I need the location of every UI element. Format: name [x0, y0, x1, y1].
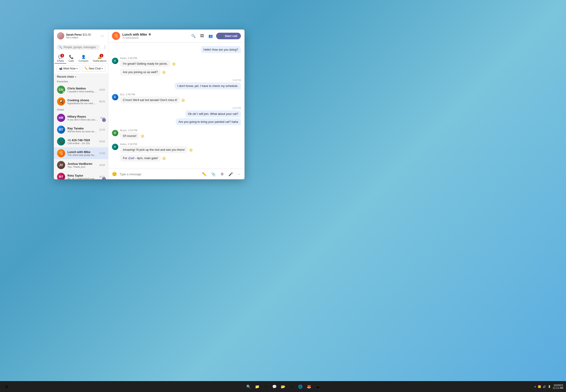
message-bubble: Are you going to bring your painted cat?…: [176, 118, 241, 125]
volume-icon: 🔊: [543, 385, 546, 388]
contacts-icon: 👤: [81, 55, 86, 59]
new-chat-button[interactable]: ✏️ New Chat ▾: [82, 66, 105, 71]
message-row-out-1: Hello! How are you doing?: [112, 46, 241, 54]
chat-item-joshua[interactable]: JV Joshua VanBuren You: Thank you! 16.03: [54, 159, 108, 171]
chat-info-chris: Chris Naidoo I wouldn't mind meeting soo…: [67, 87, 97, 93]
new-chat-chevron-icon: ▾: [102, 67, 103, 70]
chats-icon: 💬 3: [58, 55, 63, 59]
chat-header-avatar: 🍕: [112, 32, 120, 40]
message-bubble: Hello! How are you doing?: [201, 46, 241, 53]
chat-item-lunch[interactable]: 🍕 Lunch with Mike The client was pretty …: [54, 147, 108, 159]
recent-chats-header[interactable]: Recent chats ▾: [54, 73, 108, 79]
message-bubble: For @all - 4pm, main gate!: [120, 154, 161, 162]
taskbar-browser[interactable]: 🌐: [297, 383, 304, 390]
search-input[interactable]: [64, 46, 98, 49]
recent-chats-chevron-icon: ▾: [75, 76, 76, 78]
nav-tabs: 💬 3 Chats 📞 Calls 👤 Contacts 🔔 1 Notific…: [54, 52, 108, 64]
chat-avatar-hillary: HR: [57, 114, 65, 122]
favorites-section-label: Favorites: [54, 79, 108, 84]
taskbar-edge[interactable]: 🦊: [305, 383, 313, 390]
meet-now-button[interactable]: 📹 Meet Now ▾: [57, 66, 80, 71]
start-button[interactable]: ⊞: [3, 383, 10, 390]
attach-button[interactable]: 📎: [210, 171, 217, 177]
profile-info: Sarah Perez $22,00 Set a status: [66, 33, 91, 39]
chat-info-phone: +1 415-748-7920 Call ended - 1m 22s: [67, 139, 97, 145]
wifi-icon: 📶: [538, 385, 541, 388]
chat-item-chris[interactable]: CN Chris Naidoo I wouldn't mind meeting …: [54, 84, 108, 96]
taskbar-store[interactable]: 💬: [271, 383, 278, 390]
online-indicator: [63, 91, 65, 94]
chat-item-reta[interactable]: RT Reta Taylor Ah, ok I understand now. …: [54, 171, 108, 179]
chat-header-name: Lunch with Mike ⚙: [122, 33, 187, 36]
emoji-picker-button[interactable]: 🙂: [111, 171, 118, 178]
notifications-icon: 🔔 1: [97, 55, 102, 59]
taskbar-clock[interactable]: 10/20/21 11:11 AM: [553, 384, 563, 389]
message-avatar-keiko: K: [112, 58, 118, 64]
message-row-out-3: 2:53 PM Ok ok! I will join. What about y…: [112, 107, 241, 126]
message-group-bryan: B Bryan, 2:54 PM Of course! 🙂: [112, 129, 241, 140]
search-section: 🔍 ⋮⋮: [54, 42, 108, 52]
start-call-button[interactable]: 📹 Start call: [216, 33, 241, 39]
profile-status[interactable]: Set a status: [66, 36, 91, 39]
emoji-reaction-button[interactable]: 🙂: [162, 157, 166, 160]
action-buttons: 📹 Meet Now ▾ ✏️ New Chat ▾: [54, 64, 108, 73]
tab-calls[interactable]: 📞 Calls: [66, 54, 76, 64]
sidebar-header: Sarah Perez $22,00 Set a status ···: [54, 29, 108, 42]
chat-avatar-reta: RT: [57, 173, 65, 179]
message-bubble: I don't know, yet. I have to check my sc…: [175, 82, 241, 89]
taskbar-file-explorer[interactable]: 📁: [254, 383, 261, 390]
call-icon: 📹: [220, 34, 223, 38]
screen-share-button[interactable]: 🖥: [219, 171, 225, 177]
message-content-bryan: Bryan, 2:54 PM Of course! 🙂: [120, 129, 241, 140]
chat-info-ray: Ray Tanaka Will be there as soon as I ca…: [67, 127, 97, 133]
emoji-reaction-button[interactable]: 🙂: [172, 62, 176, 66]
timestamp: 2:53 PM: [232, 107, 241, 109]
tab-notifications[interactable]: 🔔 1 Notifications: [91, 54, 109, 64]
settings-icon[interactable]: ⚙: [148, 33, 151, 36]
taskbar-folder[interactable]: 📂: [280, 383, 287, 390]
timestamp: 2:49 PM: [232, 79, 241, 82]
taskbar-right: ∧ 📶 🔊 🔋 10/20/21 11:11 AM: [534, 384, 563, 389]
microphone-button[interactable]: 🎤: [227, 171, 234, 177]
search-chat-button[interactable]: 🔍: [190, 32, 197, 40]
more-options-button[interactable]: ···: [236, 171, 242, 177]
format-button[interactable]: ✏️: [201, 171, 208, 177]
emoji-reaction-button[interactable]: 🙂: [162, 70, 166, 74]
calls-icon: 📞: [69, 55, 73, 59]
taskbar-chevron-up[interactable]: ∧: [534, 385, 536, 388]
participants-button[interactable]: 👥: [207, 32, 214, 40]
messages-area: Hello! How are you doing? K Keiko, 2:48 …: [108, 42, 244, 169]
taskbar: ⊞ 🔍 📁 ▪ 💬 📂 ▪ 🌐 🦊 ☁ ∧ 📶 🔊 🔋 10/20/21 11:…: [0, 381, 566, 392]
chat-info-hillary: Hillary Reyes If you don't mind can you …: [67, 115, 98, 121]
chat-avatar-ray: RT: [57, 126, 65, 134]
message-bubble: Of course!: [120, 132, 139, 139]
skype-window: Sarah Perez $22,00 Set a status ··· 🔍 ⋮⋮: [54, 29, 244, 179]
message-input[interactable]: [120, 172, 199, 176]
chat-item-cooking[interactable]: 🍳 Cooking shows Ingredients for our next…: [54, 96, 108, 107]
chat-item-hillary[interactable]: HR Hillary Reyes If you don't mind can y…: [54, 112, 108, 124]
chat-item-ray[interactable]: RT Ray Tanaka Will be there as soon as I…: [54, 124, 108, 136]
taskbar-skype[interactable]: ☁: [314, 383, 321, 390]
message-bubble: C'mon! We'll eat hot tamale! Don't miss …: [120, 97, 180, 103]
message-bubble: Amazing! I'll pick up the rest and see y…: [120, 146, 187, 153]
chat-info-joshua: Joshua VanBuren You: Thank you!: [67, 162, 97, 168]
taskbar-search[interactable]: 🔍: [245, 383, 252, 390]
tab-contacts[interactable]: 👤 Contacts: [76, 54, 91, 64]
taskbar-widget[interactable]: ▪: [262, 383, 269, 390]
avatar[interactable]: [57, 32, 64, 40]
emoji-reaction-button[interactable]: 🙂: [141, 134, 144, 138]
profile-section: Sarah Perez $22,00 Set a status: [57, 32, 91, 40]
tab-chats[interactable]: 💬 3 Chats: [55, 54, 66, 64]
taskbar-center: 🔍 📁 ▪ 💬 📂 ▪ 🌐 🦊 ☁: [245, 383, 321, 390]
message-group-eric: E Eric, 2:49 PM C'mon! We'll eat hot tam…: [112, 93, 241, 104]
taskbar-news[interactable]: ▪: [288, 383, 295, 390]
unread-badge-hillary: 3: [102, 118, 106, 122]
more-options-button[interactable]: ···: [100, 33, 105, 39]
image-button[interactable]: 🖼: [199, 32, 205, 39]
chat-item-phone[interactable]: 📞 +1 415-748-7920 Call ended - 1m 22s 24…: [54, 136, 108, 147]
chat-header-info: Lunch with Mike ⚙ 12 participants: [122, 33, 187, 39]
emoji-reaction-button[interactable]: 🙂: [181, 98, 185, 102]
emoji-reaction-button[interactable]: 🙂: [189, 148, 193, 152]
notifications-badge: 1: [100, 54, 103, 57]
chat-main: 🍕 Lunch with Mike ⚙ 12 participants 🔍 🖼 …: [108, 29, 244, 179]
